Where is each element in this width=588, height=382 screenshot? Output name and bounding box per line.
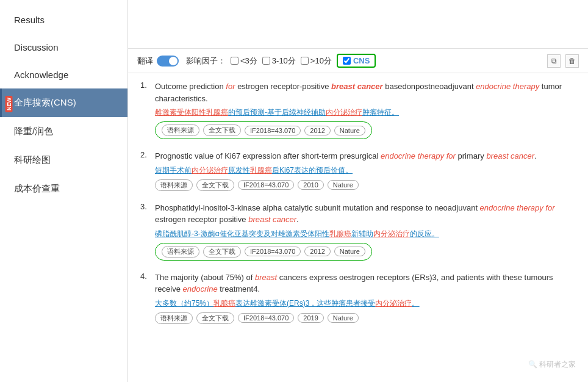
translate-label: 翻译 <box>137 56 153 67</box>
result-cn-2: 短期手术前内分泌治疗原发性乳腺癌后Ki67表达的预后价值。 <box>155 165 537 176</box>
tag-if2018-43-070[interactable]: IF2018=43.070 <box>238 313 294 323</box>
tag-----[interactable]: 全文下载 <box>203 246 241 258</box>
toolbar-right: ⧉ 🗑 <box>547 54 579 68</box>
sidebar-item-weight-color[interactable]: 降重/润色 <box>0 117 127 146</box>
result-index-3: 3. <box>140 202 151 261</box>
result-item-1: 1.Outcome prediction for estrogen recept… <box>140 81 576 139</box>
filter-3-10-text: 3-10分 <box>272 56 296 67</box>
tag-if2018-43-070[interactable]: IF2018=43.070 <box>245 126 301 135</box>
tag-2012[interactable]: 2012 <box>304 247 330 256</box>
tags-row-1: 语料来源全文下载IF2018=43.0702012Nature <box>155 121 372 139</box>
filter-gt10-text: >10分 <box>310 56 332 67</box>
filter-gt10-label[interactable]: >10分 <box>301 56 332 67</box>
cns-label: CNS <box>353 56 370 65</box>
tag-----[interactable]: 语料来源 <box>162 246 199 258</box>
sidebar-item-discussion[interactable]: Discussion <box>0 34 127 61</box>
result-item-2: 2.Prognostic value of Ki67 expression af… <box>140 150 576 191</box>
cns-filter-box[interactable]: CNS <box>337 54 376 68</box>
tag-2010[interactable]: 2010 <box>298 180 323 190</box>
result-title-1: Outcome prediction for estrogen receptor… <box>155 81 576 104</box>
delete-button[interactable]: 🗑 <box>565 54 579 68</box>
tag-if2018-43-070[interactable]: IF2018=43.070 <box>245 247 301 256</box>
tag-----[interactable]: 全文下载 <box>196 312 234 324</box>
tags-row-3: 语料来源全文下载IF2018=43.0702012Nature <box>155 243 372 261</box>
filter-lt3-label[interactable]: <3分 <box>231 56 257 67</box>
result-cn-1: 雌激素受体阳性乳腺癌的预后预测-基于后续神经辅助内分泌治疗肿瘤特征。 <box>155 107 576 118</box>
sidebar-item-results[interactable]: Results <box>0 6 127 34</box>
results-list: 1.Outcome prediction for estrogen recept… <box>128 73 588 382</box>
sidebar-item-acknowledge[interactable]: Acknowledge <box>0 61 127 88</box>
tag-nature[interactable]: Nature <box>328 313 359 323</box>
result-index-4: 4. <box>140 272 151 324</box>
main-content: 翻译 影响因子： <3分 3-10分 >10分 CNS ⧉ � <box>128 0 588 382</box>
tag-nature[interactable]: Nature <box>328 180 359 190</box>
tag-----[interactable]: 全文下载 <box>203 124 241 136</box>
filter-3-10-label[interactable]: 3-10分 <box>262 56 296 67</box>
tag-----[interactable]: 全文下载 <box>196 179 234 191</box>
sidebar-item-cost-check[interactable]: 成本价查重 <box>0 175 127 203</box>
filter-label: 影响因子： <box>186 56 226 67</box>
tags-row-2: 语料来源全文下载IF2018=43.0702010Nature <box>155 179 359 191</box>
filter-group: 影响因子： <3分 3-10分 >10分 CNS <box>186 54 376 68</box>
search-textarea[interactable] <box>128 0 588 49</box>
filter-3-10-checkbox[interactable] <box>262 57 270 65</box>
sidebar-item-full-search[interactable]: 全库搜索(CNS) <box>0 88 127 117</box>
sidebar: ResultsDiscussionAcknowledge全库搜索(CNS)降重/… <box>0 0 128 382</box>
tag-----[interactable]: 语料来源 <box>162 124 199 136</box>
result-title-3: Phosphatidyl-inositol-3-kinase alpha cat… <box>155 202 576 226</box>
filter-gt10-checkbox[interactable] <box>301 57 309 65</box>
result-index-2: 2. <box>140 150 151 191</box>
toolbar: 翻译 影响因子： <3分 3-10分 >10分 CNS ⧉ � <box>128 49 588 73</box>
result-item-4: 4.The majority (about 75%) of breast can… <box>140 272 576 324</box>
tag-nature[interactable]: Nature <box>334 247 365 256</box>
filter-lt3-checkbox[interactable] <box>231 57 238 65</box>
copy-button[interactable]: ⧉ <box>547 54 561 68</box>
result-cn-3: 磷脂酰肌醇-3-激酶α催化亚基突变及对雌激素受体阳性乳腺癌新辅助内分泌治疗的反应… <box>155 228 576 239</box>
tag-2012[interactable]: 2012 <box>304 126 330 135</box>
cns-checkbox[interactable] <box>343 57 351 65</box>
tag-if2018-43-070[interactable]: IF2018=43.070 <box>238 180 294 190</box>
tag-nature[interactable]: Nature <box>334 126 365 135</box>
filter-lt3-text: <3分 <box>240 56 257 67</box>
tag-----[interactable]: 语料来源 <box>155 179 193 191</box>
tag-2019[interactable]: 2019 <box>298 313 323 323</box>
translate-toggle-wrap: 翻译 <box>137 56 179 67</box>
result-item-3: 3.Phosphatidyl-inositol-3-kinase alpha c… <box>140 202 576 261</box>
translate-toggle[interactable] <box>157 56 179 67</box>
tags-row-4: 语料来源全文下载IF2018=43.0702019Nature <box>155 312 359 324</box>
tag-----[interactable]: 语料来源 <box>155 312 193 324</box>
result-title-2: Prognostic value of Ki67 expression afte… <box>155 150 537 162</box>
result-title-4: The majority (about 75%) of breast cance… <box>155 272 576 295</box>
result-index-1: 1. <box>140 81 151 139</box>
result-cn-4: 大多数（约75%）乳腺癌表达雌激素受体(ERs)3，这些肿瘤患者接受内分泌治疗。 <box>155 298 576 309</box>
sidebar-item-research-chart[interactable]: 科研绘图 <box>0 146 127 175</box>
